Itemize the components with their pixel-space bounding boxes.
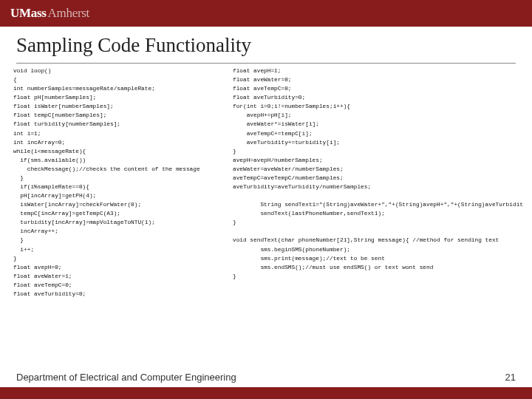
logo-u: U (10, 6, 19, 20)
footer-department: Department of Electrical and Computer En… (16, 372, 236, 383)
page-number: 21 (505, 372, 516, 383)
title-rule (16, 63, 516, 64)
logo-mass: Mass (19, 6, 47, 20)
code-area: void loop() { int numberSamples=messageR… (0, 66, 532, 299)
brand-header: UMassAmherst (0, 0, 532, 27)
code-left-text: void loop() { int numberSamples=messageR… (13, 68, 200, 297)
slide-title: Sampling Code Functionality (16, 34, 516, 57)
footer-red-bar (0, 387, 532, 399)
code-right-a-text: float avepH=1; float aveWater=0; float a… (233, 68, 523, 225)
footer-line: Department of Electrical and Computer En… (0, 366, 532, 387)
code-column-right: float avepH=1; float aveWater=0; float a… (233, 66, 523, 299)
footer: Department of Electrical and Computer En… (0, 366, 532, 399)
title-area: Sampling Code Functionality (0, 27, 532, 61)
logo-amherst: Amherst (48, 6, 89, 20)
code-right-b-text: void sendText(char phoneNumber[21],Strin… (233, 237, 499, 279)
code-column-left: void loop() { int numberSamples=messageR… (13, 66, 233, 299)
umass-logo: UMassAmherst (10, 6, 89, 21)
